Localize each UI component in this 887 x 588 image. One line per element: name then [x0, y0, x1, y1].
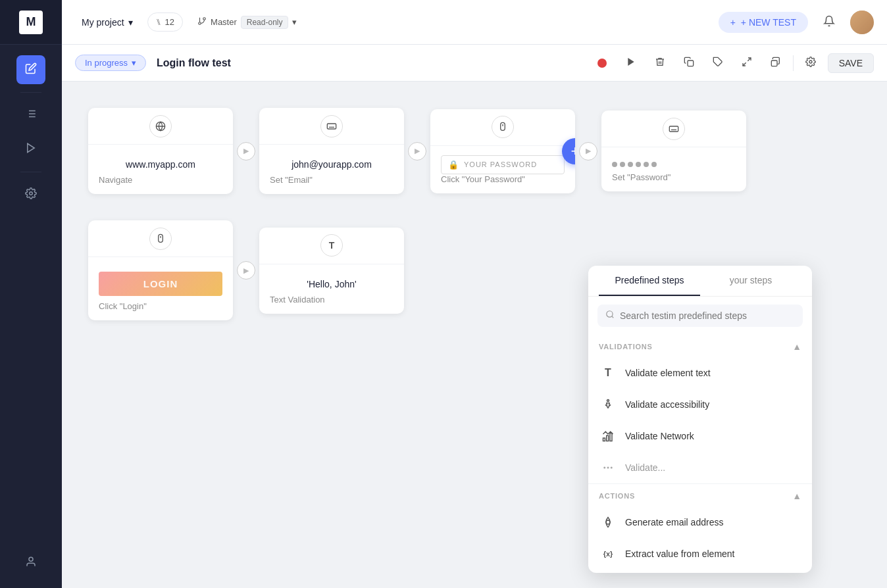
sidebar-divider-2 [20, 172, 41, 172]
save-button[interactable]: SAVE [828, 53, 874, 73]
settings-button[interactable] [799, 51, 823, 75]
step-set-password[interactable]: Set "Password" [601, 110, 746, 191]
item-generate-email[interactable]: Generate email address [588, 506, 812, 538]
step-navigate-body: www.myapp.com Navigate [88, 145, 233, 194]
avatar[interactable] [850, 11, 874, 34]
password-field-preview: 🔒 YOUR PASSWORD [441, 155, 565, 174]
tag-button[interactable] [706, 51, 730, 75]
sidebar-item-play[interactable] [16, 135, 45, 164]
new-test-button[interactable]: + + NEW TEST [719, 12, 808, 33]
password-dots [612, 157, 736, 172]
expand-button[interactable] [735, 51, 759, 75]
settings-icon [805, 57, 816, 69]
sidebar-nav [16, 45, 45, 549]
svg-rect-21 [327, 124, 336, 129]
step-navigate[interactable]: www.myapp.com Navigate [88, 108, 233, 194]
tab-your-steps[interactable]: your steps [700, 266, 801, 296]
list-icon [25, 108, 37, 122]
project-name: My project [82, 17, 124, 28]
item-validate-accessibility[interactable]: Validate accessibility [588, 389, 812, 420]
generate-email-icon [599, 513, 617, 531]
search-icon [605, 310, 615, 322]
text-icon: T [320, 234, 343, 257]
sidebar-item-user[interactable] [16, 549, 45, 577]
panel-content: VALIDATIONS ▲ T Validate element text Va… [588, 297, 812, 573]
step-text-validation[interactable]: T 'Hello, John' Text Validation [259, 228, 404, 314]
status-chevron-icon: ▾ [132, 58, 136, 68]
step-click-password-header [430, 109, 575, 146]
svg-point-18 [809, 61, 812, 63]
tag-icon [713, 57, 723, 69]
tab-predefined[interactable]: Predefined steps [599, 266, 700, 296]
pr-branch-info[interactable]: ⑊ 12 [147, 12, 183, 32]
panel-search-container [597, 305, 803, 327]
notifications-button[interactable] [816, 9, 842, 36]
step-set-email-header [259, 108, 404, 145]
svg-marker-12 [628, 58, 634, 66]
navigate-icon [149, 115, 172, 137]
sidebar-item-edit[interactable] [16, 55, 45, 84]
svg-rect-42 [610, 433, 612, 441]
item-validate-more[interactable]: Validate... [588, 452, 812, 483]
item-extract-value[interactable]: {x} Extract value from element [588, 538, 812, 570]
step-text-validation-body: 'Hello, John' Text Validation [259, 264, 404, 314]
step-set-email[interactable]: john@yourapp.com Set "Email" [259, 108, 404, 194]
sidebar-item-list[interactable] [16, 101, 45, 130]
edit-icon [25, 62, 37, 77]
sidebar: M [0, 0, 62, 588]
play-button[interactable] [619, 51, 643, 75]
record-button[interactable] [590, 51, 614, 75]
lock-icon: 🔒 [448, 160, 459, 170]
search-input[interactable] [620, 310, 795, 321]
play-icon [626, 57, 636, 69]
step-navigate-label: Navigate [99, 175, 222, 185]
user-icon [25, 556, 37, 570]
step-click-password[interactable]: 🔒 YOUR PASSWORD Click "Your Password" + [430, 109, 575, 193]
status-label: In progress [85, 58, 128, 68]
branch-selector[interactable]: Master Read-only ▾ [191, 12, 303, 33]
svg-rect-40 [603, 438, 605, 441]
topbar: My project ▾ ⑊ 12 Master Read-only ▾ + +… [62, 0, 887, 45]
trash-icon [655, 57, 665, 69]
extract-value-icon: {x} [599, 545, 617, 563]
validate-network-label: Validate Network [625, 431, 694, 441]
validations-header: VALIDATIONS ▲ [588, 335, 812, 357]
sidebar-item-settings[interactable] [16, 180, 45, 209]
generate-email-label: Generate email address [625, 517, 723, 527]
step-set-email-label: Set "Email" [270, 175, 393, 185]
validations-toggle[interactable]: ▲ [792, 341, 801, 352]
svg-line-15 [748, 58, 751, 61]
connector-arrow-1: ▶ [237, 142, 255, 160]
validate-text-label: Validate element text [625, 368, 711, 378]
record-icon [597, 59, 607, 68]
item-get-cookie[interactable]: Get cookie value [588, 570, 812, 573]
svg-rect-35 [159, 234, 163, 242]
validations-section: VALIDATIONS ▲ T Validate element text Va… [588, 335, 812, 483]
svg-point-43 [604, 467, 605, 468]
connector-arrow-4: ▶ [237, 261, 255, 280]
step-text-validation-label: Text Validation [270, 295, 393, 305]
duplicate-button[interactable] [764, 51, 788, 75]
step-click-login[interactable]: LOGIN Click "Login" [88, 220, 233, 320]
status-badge[interactable]: In progress ▾ [75, 55, 146, 71]
connector-3: ▶ [575, 142, 601, 160]
actions-toggle[interactable]: ▲ [792, 491, 801, 501]
svg-point-10 [203, 18, 206, 20]
step-text-validation-value: 'Hello, John' [270, 274, 393, 295]
mouse-icon-2 [149, 228, 172, 250]
step-set-email-value: john@yourapp.com [270, 154, 393, 175]
bell-icon [823, 15, 835, 29]
predefined-steps-panel: Predefined steps your steps VALIDATIONS [588, 266, 812, 573]
project-selector[interactable]: My project ▾ [75, 13, 139, 32]
item-validate-text[interactable]: T Validate element text [588, 357, 812, 389]
delete-button[interactable] [648, 51, 672, 75]
svg-point-39 [607, 400, 609, 402]
main-area: My project ▾ ⑊ 12 Master Read-only ▾ + +… [62, 0, 887, 588]
actions-section: ACTIONS ▲ Generate email address {x} Ext… [588, 484, 812, 573]
copy-button[interactable] [677, 51, 701, 75]
login-button-preview: LOGIN [99, 272, 222, 296]
item-validate-network[interactable]: Validate Network [588, 420, 812, 452]
connector-1: ▶ [233, 142, 259, 160]
svg-line-16 [743, 62, 746, 66]
connector-4: ▶ [233, 261, 259, 280]
